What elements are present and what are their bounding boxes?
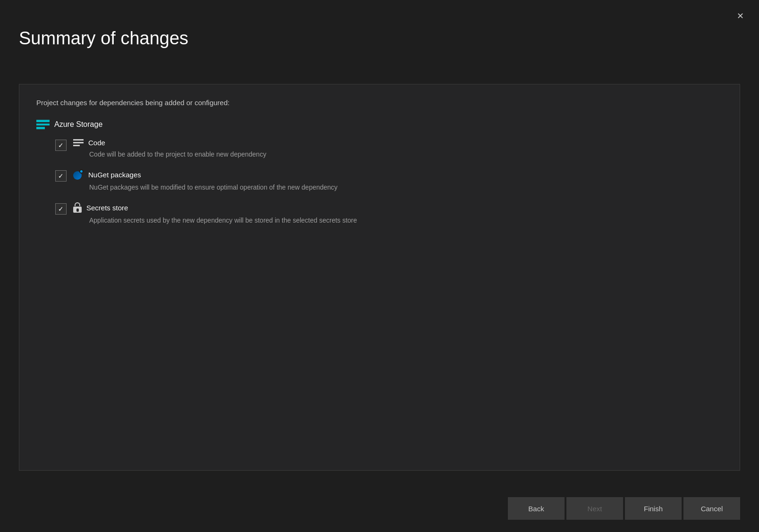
code-change-header: Code — [73, 139, 723, 147]
nuget-checkbox[interactable]: ✓ — [55, 170, 67, 182]
cancel-button[interactable]: Cancel — [683, 497, 740, 520]
secrets-label: Secrets store — [86, 204, 128, 212]
close-icon: ✕ — [737, 11, 744, 21]
nuget-change-content: NuGet packages NuGet packages will be mo… — [73, 169, 723, 191]
change-item-nuget: ✓ NuGet packages NuGet packages will be … — [55, 169, 723, 191]
change-item-secrets: ✓ Secrets store Application secrets used… — [55, 202, 723, 224]
back-button[interactable]: Back — [508, 497, 565, 520]
checkmark-secrets: ✓ — [58, 205, 64, 213]
close-button[interactable]: ✕ — [733, 8, 748, 24]
secrets-checkbox[interactable]: ✓ — [55, 203, 67, 215]
page-title: Summary of changes — [19, 28, 188, 49]
nuget-icon — [73, 169, 84, 180]
secrets-change-content: Secrets store Application secrets used b… — [73, 202, 723, 224]
dependency-name: Azure Storage — [54, 120, 102, 129]
lock-icon — [73, 202, 82, 213]
secrets-description: Application secrets used by the new depe… — [89, 216, 723, 224]
content-panel: Project changes for dependencies being a… — [19, 84, 740, 471]
nuget-label: NuGet packages — [88, 171, 141, 179]
nuget-change-header: NuGet packages — [73, 169, 723, 180]
code-change-content: Code Code will be added to the project t… — [73, 139, 723, 158]
change-item-code: ✓ Code Code will be added to the project… — [55, 139, 723, 158]
dependency-header: Azure Storage — [36, 120, 723, 129]
nuget-description: NuGet packages will be modified to ensur… — [89, 183, 723, 191]
checkmark-code: ✓ — [58, 141, 64, 149]
next-button: Next — [566, 497, 623, 520]
panel-description: Project changes for dependencies being a… — [36, 99, 723, 107]
checkmark-nuget: ✓ — [58, 172, 64, 180]
finish-button[interactable]: Finish — [625, 497, 682, 520]
code-label: Code — [88, 139, 105, 147]
secrets-change-header: Secrets store — [73, 202, 723, 213]
dependency-section: Azure Storage ✓ Code Code will be added … — [36, 120, 723, 224]
code-description: Code will be added to the project to ena… — [89, 150, 723, 158]
footer: Back Next Finish Cancel — [0, 485, 759, 532]
code-checkbox[interactable]: ✓ — [55, 140, 67, 151]
azure-storage-icon — [36, 120, 50, 129]
code-icon — [73, 139, 84, 146]
